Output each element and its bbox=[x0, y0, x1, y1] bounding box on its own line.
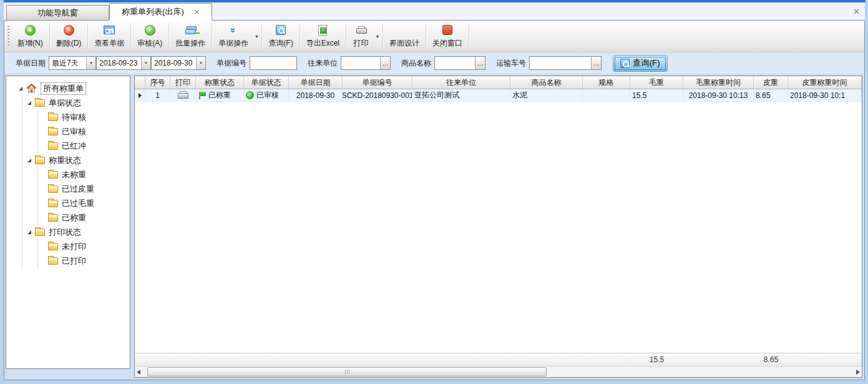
tab-function-navigator[interactable]: 功能导航窗 bbox=[6, 5, 109, 20]
search-button-label: 查询(F) bbox=[633, 57, 660, 69]
grid-rows: 1已称重已审核2018-09-30XSCKD-20180930-0019亚拓公司… bbox=[135, 89, 862, 102]
chevron-down-icon[interactable]: ▼ bbox=[86, 57, 95, 69]
toolbar-button-ui-design[interactable]: 界面设计 bbox=[384, 21, 425, 52]
column-header-4[interactable]: 单据状态 bbox=[244, 76, 289, 89]
truck-label: 运输车号 bbox=[496, 58, 526, 69]
product-input[interactable] bbox=[435, 57, 475, 69]
column-header-9[interactable]: 规格 bbox=[583, 76, 630, 89]
tree-item[interactable]: 已打印 bbox=[48, 254, 130, 268]
toolbar-button-doc-ops[interactable]: »单据操作▾ bbox=[213, 21, 261, 52]
tree-item[interactable]: 已红冲 bbox=[48, 139, 130, 153]
column-header-1[interactable]: 序号 bbox=[145, 76, 170, 89]
folder-icon bbox=[48, 214, 58, 222]
tree-group-0[interactable]: 单据状态 bbox=[27, 96, 130, 110]
toolbar-button-batch[interactable]: 批量操作 bbox=[170, 21, 211, 52]
column-header-3[interactable]: 称重状态 bbox=[196, 76, 244, 89]
tab-close-icon[interactable]: ✕ bbox=[194, 9, 200, 16]
horizontal-scrollbar[interactable] bbox=[135, 367, 862, 377]
summary-cell-2 bbox=[170, 353, 196, 366]
scroll-right-icon[interactable] bbox=[856, 370, 860, 375]
column-header-11[interactable]: 毛重称重时间 bbox=[683, 76, 754, 89]
toolbar-button-delete[interactable]: ✕删除(D) bbox=[51, 21, 87, 52]
partner-lookup-icon[interactable]: … bbox=[380, 57, 390, 69]
tree-group-children: 未打印已打印 bbox=[37, 239, 130, 268]
toolbar-button-view-doc[interactable]: 查看单据 bbox=[89, 21, 130, 52]
toolbar-button-label: 查询(F) bbox=[268, 38, 293, 49]
toolbar-button-excel[interactable]: 导出Excel bbox=[301, 21, 345, 52]
tree-item[interactable]: 待审核 bbox=[48, 110, 130, 124]
toolbar-separator bbox=[426, 23, 426, 49]
tree-item[interactable]: 已过毛重 bbox=[48, 196, 130, 210]
tabbar-close-icon[interactable]: ✕ bbox=[853, 7, 860, 16]
tree-group-1[interactable]: 称重状态 bbox=[27, 153, 130, 167]
doc-ops-icon: » bbox=[227, 24, 240, 36]
home-icon bbox=[26, 84, 37, 93]
date-to-combo[interactable]: 2018-09-30 ▼ bbox=[151, 56, 206, 70]
doc-no-field-wrap bbox=[250, 56, 297, 70]
chevron-down-icon[interactable]: ▼ bbox=[196, 57, 205, 69]
tree-item[interactable]: 已过皮重 bbox=[48, 182, 130, 196]
date-range-combo[interactable]: 最近7天 ▼ bbox=[49, 56, 96, 70]
date-from-combo[interactable]: 2018-09-23 ▼ bbox=[96, 56, 151, 70]
toolbar-button-audit[interactable]: ✓审核(A) bbox=[132, 21, 168, 52]
tab-weighing-list-outbound[interactable]: 称重单列表(出库) ✕ bbox=[109, 3, 212, 21]
column-header-10[interactable]: 毛重 bbox=[630, 76, 683, 89]
folder-icon bbox=[35, 99, 45, 107]
print-icon bbox=[355, 24, 368, 36]
column-header-12[interactable]: 皮重 bbox=[754, 76, 788, 89]
dropdown-caret-icon[interactable]: ▾ bbox=[255, 34, 258, 39]
doc-no-input[interactable] bbox=[250, 57, 296, 69]
partner-input[interactable] bbox=[341, 57, 380, 69]
truck-lookup-icon[interactable]: … bbox=[591, 57, 601, 69]
expand-arrow-icon[interactable] bbox=[19, 87, 22, 91]
tree-item-label: 已红冲 bbox=[62, 140, 86, 152]
batch-icon bbox=[184, 24, 197, 36]
tree-root-all-weighing[interactable]: 所有称重单 bbox=[12, 81, 130, 96]
expand-arrow-icon[interactable] bbox=[27, 101, 31, 105]
column-header-8[interactable]: 商品名称 bbox=[510, 76, 583, 89]
toolbar-button-search[interactable]: 查询(F) bbox=[263, 21, 298, 52]
summary-cell-12: 8.65 bbox=[754, 353, 788, 366]
table-row[interactable]: 1已称重已审核2018-09-30XSCKD-20180930-0019亚拓公司… bbox=[135, 89, 862, 102]
tree-item[interactable]: 未打印 bbox=[48, 239, 130, 254]
column-header-0[interactable] bbox=[135, 76, 145, 89]
tree-group-2[interactable]: 打印状态 bbox=[27, 225, 130, 239]
column-header-5[interactable]: 单据日期 bbox=[289, 76, 343, 89]
toolbar-button-close-window[interactable]: 关闭窗口 bbox=[427, 21, 468, 52]
product-lookup-icon[interactable]: … bbox=[475, 57, 485, 69]
tree-root-label: 所有称重单 bbox=[41, 82, 86, 95]
tree-panel: 所有称重单 单据状态待审核已审核已红冲称重状态未称重已过皮重已过毛重已称重打印状… bbox=[6, 76, 130, 369]
summary-cell-11 bbox=[683, 353, 754, 366]
toolbar-button-label: 审核(A) bbox=[137, 38, 162, 49]
expand-arrow-icon[interactable] bbox=[27, 159, 31, 162]
toolbar-button-label: 批量操作 bbox=[175, 38, 205, 49]
cell-11: 2018-09-30 10:13 bbox=[683, 89, 754, 101]
toolbar-separator bbox=[87, 23, 88, 49]
chevron-down-icon[interactable]: ▼ bbox=[141, 57, 150, 69]
column-header-6[interactable]: 单据编号 bbox=[343, 76, 412, 89]
tree-item[interactable]: 已称重 bbox=[48, 210, 130, 225]
column-header-2[interactable]: 打印 bbox=[170, 76, 196, 89]
expand-arrow-icon[interactable] bbox=[27, 230, 31, 234]
toolbar-button-label: 导出Excel bbox=[306, 38, 339, 49]
dropdown-caret-icon[interactable]: ▾ bbox=[376, 34, 379, 39]
truck-input[interactable] bbox=[530, 57, 591, 69]
tree-item[interactable]: 已审核 bbox=[48, 124, 130, 139]
status-sphere-icon bbox=[246, 91, 254, 99]
tree: 单据状态待审核已审核已红冲称重状态未称重已过皮重已过毛重已称重打印状态未打印已打… bbox=[22, 96, 130, 268]
tree-item-label: 已称重 bbox=[62, 212, 86, 224]
toolbar-separator bbox=[212, 23, 212, 49]
toolbar-grip-handle[interactable] bbox=[7, 26, 9, 47]
cell-text: XSCKD-20180930-0019 bbox=[343, 91, 412, 100]
scrollbar-thumb[interactable] bbox=[147, 367, 547, 377]
tree-item-label: 已打印 bbox=[62, 255, 86, 267]
folder-icon bbox=[48, 171, 58, 179]
tree-item[interactable]: 未称重 bbox=[48, 167, 130, 182]
column-header-7[interactable]: 往来单位 bbox=[412, 76, 510, 89]
scroll-left-icon[interactable] bbox=[137, 370, 140, 375]
search-button[interactable]: 查询(F) bbox=[613, 55, 668, 72]
toolbar-button-add[interactable]: +新增(N) bbox=[12, 21, 49, 52]
add-icon: + bbox=[24, 24, 36, 36]
toolbar-button-print[interactable]: 打印▾ bbox=[347, 21, 382, 52]
column-header-13[interactable]: 皮重称重时间 bbox=[788, 76, 862, 89]
